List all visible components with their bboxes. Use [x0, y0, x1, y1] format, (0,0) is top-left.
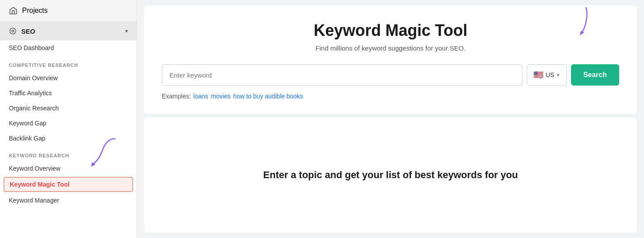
example-link-loans[interactable]: loans [193, 93, 208, 100]
keyword-magic-tool-label: Keyword Magic Tool [10, 181, 69, 188]
sidebar: Projects SEO ▾ SEO Dashboard COMPETITIVE… [0, 0, 137, 238]
bottom-cta-text: Enter a topic and get your list of best … [263, 169, 518, 181]
svg-point-1 [10, 28, 16, 34]
svg-point-0 [12, 30, 14, 32]
keyword-input[interactable] [162, 64, 522, 86]
country-selector[interactable]: 🇺🇸 US ▾ [527, 64, 567, 86]
sidebar-item-keyword-manager[interactable]: Keyword Manager [0, 193, 137, 208]
example-link-movies[interactable]: movies [211, 93, 230, 100]
organic-research-label: Organic Research [9, 105, 59, 112]
country-code: US [546, 71, 554, 78]
sidebar-item-backlink-gap[interactable]: Backlink Gap [0, 131, 137, 146]
tool-title: Keyword Magic Tool [162, 21, 619, 40]
sidebar-item-keyword-overview[interactable]: Keyword Overview [0, 161, 137, 176]
seo-icon [9, 27, 17, 35]
home-icon [9, 6, 18, 15]
keyword-gap-label: Keyword Gap [9, 120, 46, 127]
search-button[interactable]: Search [571, 64, 619, 86]
projects-label: Projects [22, 7, 48, 15]
example-link-audible[interactable]: how to buy audible books [233, 93, 303, 100]
seo-left: SEO [9, 27, 35, 35]
seo-section[interactable]: SEO ▾ [0, 22, 137, 40]
sidebar-item-keyword-gap[interactable]: Keyword Gap [0, 116, 137, 131]
examples-row: Examples: loans movies how to buy audibl… [162, 93, 619, 100]
tool-subtitle: Find millions of keyword suggestions for… [162, 44, 619, 52]
examples-prefix: Examples: [162, 93, 191, 100]
seo-dashboard-label: SEO Dashboard [9, 44, 54, 51]
competitive-research-section-label: COMPETITIVE RESEARCH [0, 55, 137, 70]
bottom-cta-card: Enter a topic and get your list of best … [144, 117, 637, 233]
search-row: 🇺🇸 US ▾ Search [162, 64, 619, 86]
seo-label: SEO [21, 27, 35, 35]
sidebar-item-domain-overview[interactable]: Domain Overview [0, 70, 137, 86]
traffic-analytics-label: Traffic Analytics [9, 90, 52, 97]
sidebar-item-projects[interactable]: Projects [0, 0, 137, 22]
sidebar-item-keyword-magic-tool[interactable]: Keyword Magic Tool [4, 177, 133, 192]
svg-marker-2 [91, 162, 96, 167]
keyword-overview-label: Keyword Overview [9, 165, 61, 172]
keyword-manager-label: Keyword Manager [9, 197, 59, 204]
main-content: Keyword Magic Tool Find millions of keyw… [137, 0, 644, 238]
flag-icon: 🇺🇸 [533, 70, 543, 80]
keyword-research-section-label: KEYWORD RESEARCH [0, 146, 137, 161]
chevron-down-icon: ▾ [125, 28, 128, 34]
sidebar-item-organic-research[interactable]: Organic Research [0, 101, 137, 116]
sidebar-item-seo-dashboard[interactable]: SEO Dashboard [0, 40, 137, 55]
backlink-gap-label: Backlink Gap [9, 135, 45, 142]
sidebar-item-traffic-analytics[interactable]: Traffic Analytics [0, 86, 137, 101]
country-chevron-icon: ▾ [557, 72, 560, 78]
domain-overview-label: Domain Overview [9, 74, 58, 82]
keyword-magic-tool-card: Keyword Magic Tool Find millions of keyw… [144, 5, 637, 114]
